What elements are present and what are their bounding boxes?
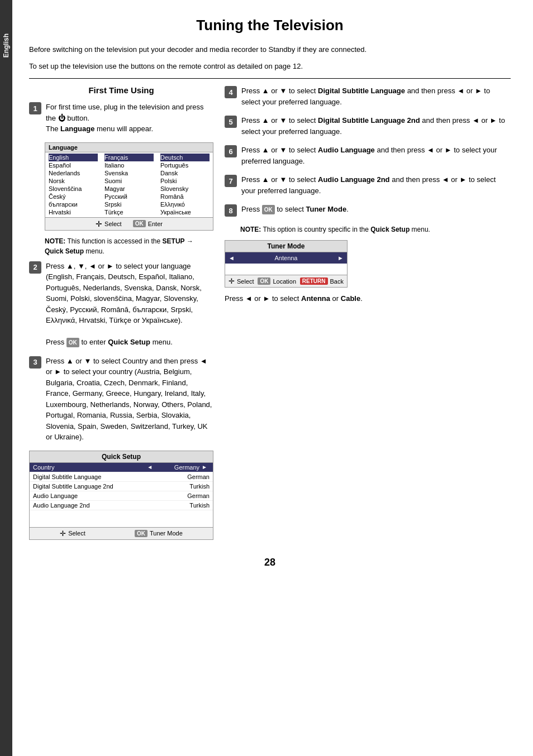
footer-enter: OK Enter: [133, 219, 163, 228]
nav-cross-icon: ✛: [96, 219, 102, 228]
ok-btn-2: OK: [66, 338, 79, 347]
note-1-text: This function is accessed in the: [67, 237, 162, 245]
step-6-content: Press ▲ or ▼ to select Audio Language an…: [241, 145, 511, 166]
tm-value: Antenna: [275, 255, 298, 261]
tm-footer-select-label: Select: [237, 278, 254, 285]
bold-cable: Cable: [341, 294, 360, 303]
step-7-text: Press ▲ or ▼ to select: [241, 175, 318, 184]
tm-spacer: [225, 264, 347, 275]
step-8-text: Press: [241, 205, 262, 213]
step-1-num: 1: [29, 102, 41, 114]
qs-nav-icon: ✛: [60, 529, 66, 538]
lang-row: Slovensky: [160, 185, 210, 193]
step-8-bold1: Tuner Mode: [306, 205, 346, 213]
step-5: 5 Press ▲ or ▼ to select Digital Subtitl…: [225, 115, 511, 137]
step-4-text: Press ▲ or ▼ to select: [241, 87, 318, 95]
lang-row: Český: [49, 193, 98, 200]
lang-row: Español: [49, 161, 98, 169]
step-8-content: Press OK to select Tuner Mode.: [241, 204, 511, 215]
note-1-bold2: Quick Setup: [45, 247, 84, 255]
step-2-text: Press ▲, ▼, ◄ or ► to select your langua…: [46, 262, 202, 325]
qs-ok-btn: OK: [135, 530, 147, 537]
step-1-text4: menu will appear.: [94, 125, 153, 133]
after-table-text1: Press ◄ or ► to select: [225, 294, 301, 303]
note-1-text2: menu.: [85, 247, 104, 255]
step-7-bold1: Audio Language 2nd: [318, 175, 390, 184]
side-tab: English: [0, 0, 12, 756]
step-5-num: 5: [225, 116, 237, 128]
page-title: Tuning the Television: [29, 17, 511, 34]
step-6-bold1: Audio Language: [318, 146, 375, 154]
qs-value-dsl: German: [165, 473, 210, 480]
lang-row: Polski: [160, 177, 210, 185]
note-8: NOTE: This option is country specific in…: [240, 224, 511, 235]
side-tab-label: English: [2, 34, 10, 58]
qs-spacer: [30, 510, 213, 527]
qs-value-dsl2: Turkish: [165, 483, 210, 490]
qs-label-country: Country: [33, 464, 145, 471]
step-3-content: Press ▲ or ▼ to select Country and then …: [46, 356, 213, 443]
lang-row: Türkçe: [104, 208, 154, 216]
lang-col-1: English Español Nederlands Norsk Slovenš…: [45, 154, 101, 216]
lang-row: български: [49, 200, 98, 208]
step-8-num: 8: [225, 204, 237, 217]
step-8: 8 Press OK to select Tuner Mode.: [225, 204, 511, 217]
step-3-text: Press ▲ or ▼ to select Country and then …: [46, 357, 212, 442]
step-6-num: 6: [225, 145, 237, 157]
lang-row: Українське: [160, 208, 210, 216]
step-3: 3 Press ▲ or ▼ to select Country and the…: [29, 356, 213, 443]
note-1-arrow: →: [187, 237, 193, 245]
note-1-bold1: SETUP: [163, 237, 185, 245]
qs-value-al2: Turkish: [165, 502, 210, 509]
footer-select: ✛ Select: [96, 219, 122, 228]
footer-enter-label: Enter: [148, 221, 163, 227]
step-1-text3: The: [46, 125, 60, 133]
divider: [29, 78, 511, 79]
qs-arrow-left: ◄: [147, 464, 153, 470]
step-2: 2 Press ▲, ▼, ◄ or ► to select your lang…: [29, 261, 213, 348]
language-table-title: Language: [45, 143, 213, 152]
lang-row: Svenska: [104, 169, 154, 177]
bold-antenna: Antenna: [301, 294, 330, 303]
qs-row-dsl2: Digital Subtitle Language 2nd Turkish: [30, 482, 213, 491]
tm-row: ◄ Antenna ►: [225, 252, 347, 264]
ok-btn-8: OK: [262, 205, 275, 214]
tm-footer-select: ✛ Select: [229, 277, 254, 285]
qs-row-al: Audio Language German: [30, 491, 213, 501]
step-5-content: Press ▲ or ▼ to select Digital Subtitle …: [241, 115, 511, 137]
step-8-text3: .: [346, 205, 349, 213]
step-1-text2: button.: [65, 114, 89, 122]
lang-row: Français: [104, 154, 154, 161]
tm-table-title: Tuner Mode: [225, 241, 347, 252]
qs-value-al: German: [165, 492, 210, 499]
lang-row: Slovenščina: [49, 185, 98, 193]
note-1: NOTE: This function is accessed in the S…: [45, 236, 213, 256]
qs-label-al2: Audio Language 2nd: [33, 502, 165, 509]
after-table-text: Press ◄ or ► to select Antenna or Cable.: [225, 293, 511, 304]
language-table-body: English Español Nederlands Norsk Slovenš…: [45, 152, 213, 217]
qs-label-dsl2: Digital Subtitle Language 2nd: [33, 483, 165, 490]
lang-row: Magyar: [104, 185, 154, 193]
section-title: First Time Using: [29, 85, 213, 95]
step-4: 4 Press ▲ or ▼ to select Digital Subtitl…: [225, 85, 511, 107]
step-2-content: Press ▲, ▼, ◄ or ► to select your langua…: [46, 261, 213, 348]
qs-footer: ✛ Select OK Tuner Mode: [30, 527, 213, 539]
tm-footer-location-label: Location: [273, 278, 296, 285]
lang-col-2: Français Italiano Svenska Suomi Magyar Р…: [101, 154, 157, 216]
step-6-text: Press ▲ or ▼ to select: [241, 146, 318, 154]
two-col-layout: First Time Using 1 For first time use, p…: [29, 85, 511, 546]
qs-label-al: Audio Language: [33, 492, 165, 499]
qs-footer-select-label: Select: [68, 530, 85, 537]
note-8-label: NOTE:: [240, 226, 261, 233]
page-wrapper: English Tuning the Television Before swi…: [0, 0, 533, 756]
qs-arrow-right: ►: [202, 464, 207, 470]
step-2-text4: menu.: [150, 338, 173, 346]
step-3-num: 3: [29, 356, 41, 369]
qs-row-country: Country ◄ Germany ►: [30, 463, 213, 472]
step-1-power: ⏻: [58, 114, 65, 122]
step-5-text: Press ▲ or ▼ to select: [241, 116, 318, 125]
qs-label-dsl: Digital Subtitle Language: [33, 473, 165, 480]
step-5-bold1: Digital Subtitle Language 2nd: [318, 116, 420, 125]
qs-footer-tuner-label: Tuner Mode: [150, 530, 183, 537]
qs-row-dsl: Digital Subtitle Language German: [30, 472, 213, 482]
